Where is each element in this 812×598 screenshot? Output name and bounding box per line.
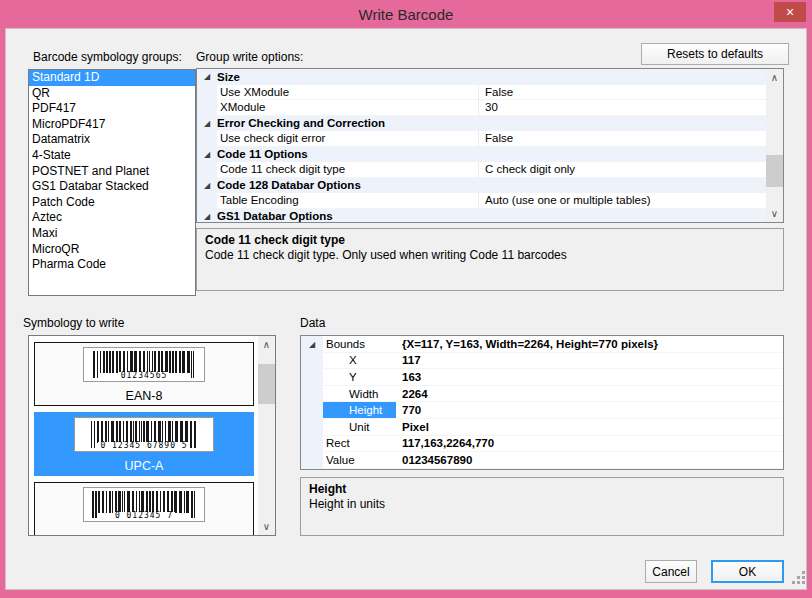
expander-icon[interactable]: ◢ [197, 181, 217, 190]
category-label: Error Checking and Correction [217, 117, 385, 129]
symbology-item[interactable]: 0 012345 7 [34, 482, 254, 536]
property-name: XModule [217, 100, 478, 116]
resets-to-defaults-button[interactable]: Resets to defaults [641, 43, 789, 65]
row-indent [197, 85, 217, 101]
scrollbar-thumb[interactable] [258, 364, 275, 404]
symbology-group-item[interactable]: QR [29, 86, 195, 102]
property-row[interactable]: Use check digit errorFalse [197, 131, 766, 147]
data-description-panel: Height Height in units [300, 477, 784, 536]
data-row-value[interactable]: {X=117, Y=163, Width=2264, Height=770 pi… [396, 336, 783, 353]
data-row-value[interactable]: 770 [396, 402, 783, 419]
symbology-list-scrollbar[interactable]: ∧ ∨ [258, 336, 275, 535]
symbology-group-item[interactable]: POSTNET and Planet [29, 164, 195, 180]
data-row-value[interactable]: Pixel [396, 419, 783, 436]
property-value[interactable]: C check digit only [478, 162, 766, 178]
group-write-options-label: Group write options: [196, 50, 303, 64]
symbology-group-item[interactable]: PDF417 [29, 101, 195, 117]
data-row[interactable]: Value01234567890 [301, 452, 783, 469]
expander-icon[interactable]: ◢ [197, 72, 217, 81]
data-row[interactable]: ◢Bounds{X=117, Y=163, Width=2264, Height… [301, 336, 783, 353]
category-label: Code 128 Databar Options [217, 179, 361, 191]
property-value[interactable]: False [478, 85, 766, 101]
symbology-group-item[interactable]: 4-State [29, 148, 195, 164]
data-row-name[interactable]: Bounds [323, 336, 396, 353]
row-indent [197, 162, 217, 178]
data-row-name[interactable]: Height [323, 402, 396, 419]
row-indent [301, 369, 323, 386]
data-row[interactable]: Height770 [301, 402, 783, 419]
property-name: Table Encoding [217, 193, 478, 209]
scroll-down-icon[interactable]: ∨ [766, 205, 783, 222]
scroll-up-icon[interactable]: ∧ [258, 336, 275, 353]
titlebar: Write Barcode × [0, 0, 812, 28]
close-button[interactable]: × [774, 2, 806, 22]
symbology-groups-listbox[interactable]: Standard 1DQRPDF417MicroPDF417Datamatrix… [28, 69, 196, 296]
category-row[interactable]: ◢Code 11 Options [197, 147, 766, 163]
symbology-item[interactable]: 0 12345 67890 5UPC-A [34, 412, 254, 476]
data-row-value[interactable]: 2264 [396, 386, 783, 403]
category-row[interactable]: ◢Error Checking and Correction [197, 116, 766, 132]
data-row-value[interactable]: 01234567890 [396, 452, 783, 469]
property-value[interactable]: False [478, 131, 766, 147]
category-label: Size [217, 71, 240, 83]
symbology-group-item[interactable]: Pharma Code [29, 257, 195, 273]
data-row-name[interactable]: Width [323, 386, 396, 403]
symbology-group-item[interactable]: MicroQR [29, 242, 195, 258]
property-name: Code 11 check digit type [217, 162, 478, 178]
data-row[interactable]: Width2264 [301, 386, 783, 403]
data-row-value[interactable]: 163 [396, 369, 783, 386]
data-row[interactable]: UnitPixel [301, 419, 783, 436]
row-indent [301, 386, 323, 403]
symbology-group-item[interactable]: Standard 1D [29, 70, 195, 86]
symbology-to-write-list[interactable]: 01234565EAN-80 12345 67890 5UPC-A0 01234… [28, 335, 276, 536]
category-row[interactable]: ◢Size [197, 69, 766, 85]
data-row-name[interactable]: X [323, 353, 396, 370]
expander-icon[interactable]: ◢ [197, 119, 217, 128]
symbology-group-item[interactable]: Datamatrix [29, 132, 195, 148]
symbology-group-item[interactable]: MicroPDF417 [29, 117, 195, 133]
symbology-group-item[interactable]: Aztec [29, 210, 195, 226]
symbology-item[interactable]: 01234565EAN-8 [34, 342, 254, 406]
property-value[interactable]: 30 [478, 100, 766, 116]
property-row[interactable]: XModule30 [197, 100, 766, 116]
barcode-image: 0 012345 7 [83, 487, 205, 522]
resize-grip[interactable] [792, 581, 795, 584]
property-value[interactable]: Auto (use one or multiple tables) [478, 193, 766, 209]
scroll-up-icon[interactable]: ∧ [766, 69, 783, 86]
symbology-group-item[interactable]: GS1 Databar Stacked [29, 179, 195, 195]
window-title: Write Barcode [359, 6, 454, 23]
row-indent [301, 436, 323, 453]
data-row[interactable]: Rect117,163,2264,770 [301, 436, 783, 453]
category-label: Code 11 Options [217, 148, 308, 160]
category-row[interactable]: ◢Code 128 Databar Options [197, 178, 766, 194]
data-row-name[interactable]: Value [323, 452, 396, 469]
data-row-name[interactable]: Y [323, 369, 396, 386]
data-row-name[interactable]: Unit [323, 419, 396, 436]
scroll-down-icon[interactable]: ∨ [258, 518, 275, 535]
data-row-value[interactable]: 117,163,2264,770 [396, 436, 783, 453]
expander-icon[interactable]: ◢ [197, 212, 217, 221]
symbology-group-item[interactable]: Maxi [29, 226, 195, 242]
write-options-property-grid[interactable]: ◢SizeUse XModuleFalseXModule30◢Error Che… [196, 68, 784, 223]
category-row[interactable]: ◢GS1 Databar Options [197, 209, 766, 224]
data-row-name[interactable]: Rect [323, 436, 396, 453]
property-row[interactable]: Use XModuleFalse [197, 85, 766, 101]
property-row[interactable]: Table EncodingAuto (use one or multiple … [197, 193, 766, 209]
scrollbar-thumb[interactable] [766, 155, 783, 187]
data-property-grid[interactable]: ◢Bounds{X=117, Y=163, Width=2264, Height… [300, 335, 784, 470]
row-indent [301, 402, 323, 419]
barcode-image: 0 12345 67890 5 [74, 417, 214, 452]
description-title: Code 11 check digit type [205, 233, 775, 247]
write-options-scrollbar[interactable]: ∧ ∨ [766, 69, 783, 222]
category-label: GS1 Databar Options [217, 210, 333, 222]
property-name: Use check digit error [217, 131, 478, 147]
description-text: Code 11 check digit type. Only used when… [205, 248, 775, 262]
data-row-value[interactable]: 117 [396, 353, 783, 370]
expander-icon[interactable]: ◢ [197, 150, 217, 159]
symbology-group-item[interactable]: Patch Code [29, 195, 195, 211]
ok-button[interactable]: OK [711, 560, 784, 583]
data-row[interactable]: Y163 [301, 369, 783, 386]
data-row[interactable]: X117 [301, 353, 783, 370]
property-row[interactable]: Code 11 check digit typeC check digit on… [197, 162, 766, 178]
cancel-button[interactable]: Cancel [645, 560, 697, 583]
